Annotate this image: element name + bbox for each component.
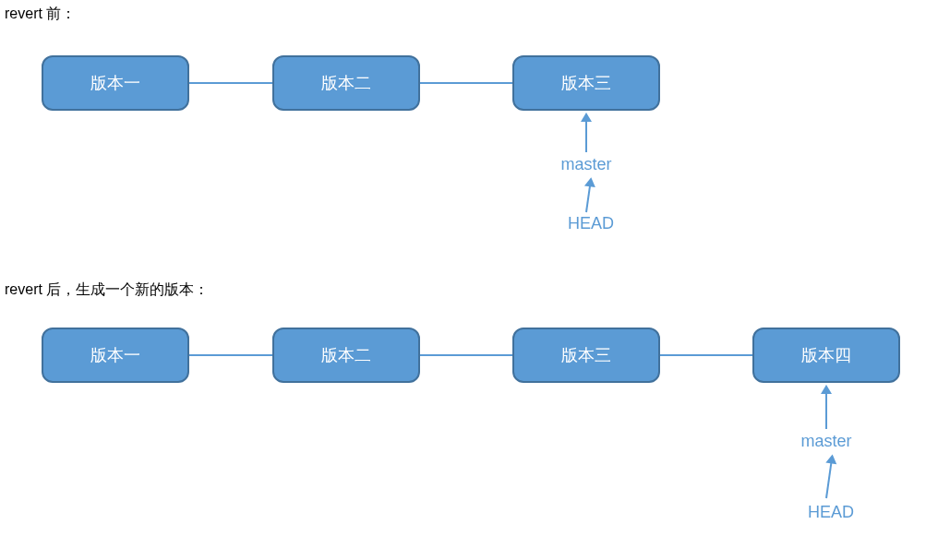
- commit-label: 版本四: [801, 344, 851, 366]
- after-commit-2: 版本二: [272, 328, 420, 383]
- before-commit-2: 版本二: [272, 55, 420, 111]
- commit-label: 版本二: [321, 344, 371, 366]
- after-title: revert 后，生成一个新的版本：: [5, 280, 209, 300]
- connector: [420, 354, 512, 356]
- arrow-head-to-master: [585, 185, 591, 212]
- commit-label: 版本一: [90, 344, 140, 366]
- branch-label-master: master: [799, 432, 854, 451]
- before-commit-1: 版本一: [42, 55, 189, 111]
- before-title: revert 前：: [5, 5, 76, 24]
- after-commit-4: 版本四: [752, 328, 900, 383]
- head-label: HEAD: [803, 503, 859, 522]
- after-commit-1: 版本一: [42, 328, 189, 383]
- branch-label-master: master: [559, 155, 614, 174]
- commit-label: 版本一: [90, 72, 140, 94]
- before-commit-3: 版本三: [512, 55, 660, 111]
- connector: [420, 82, 512, 84]
- head-label: HEAD: [563, 214, 619, 233]
- commit-label: 版本三: [561, 344, 611, 366]
- arrow-head-to-master: [825, 461, 833, 498]
- arrow-master-to-commit: [585, 120, 587, 152]
- commit-label: 版本二: [321, 72, 371, 94]
- commit-label: 版本三: [561, 72, 611, 94]
- after-commit-3: 版本三: [512, 328, 660, 383]
- arrow-master-to-commit: [825, 392, 827, 429]
- connector: [189, 354, 272, 356]
- connector: [189, 82, 272, 84]
- connector: [660, 354, 752, 356]
